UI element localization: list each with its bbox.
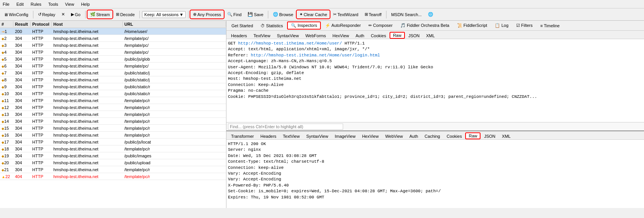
- res-tab-json[interactable]: JSON: [481, 133, 498, 139]
- table-row[interactable]: ◆15 304 HTTP hmshop-test.itheima.net /te…: [0, 125, 226, 132]
- table-row[interactable]: ◆4 304 HTTP hmshop-test.itheima.net /tem…: [0, 49, 226, 56]
- x-button[interactable]: ✕: [59, 11, 67, 18]
- cell-num: ◆14: [0, 119, 13, 124]
- req-tab-json[interactable]: JSON: [405, 33, 423, 39]
- msdn-button[interactable]: MSDN Search...: [389, 11, 424, 18]
- res-tab-auth[interactable]: Auth: [406, 133, 421, 139]
- table-row[interactable]: ◆14 304 HTTP hmshop-test.itheima.net /te…: [0, 118, 226, 125]
- res-tab-caching[interactable]: Caching: [421, 133, 443, 139]
- res-tab-webview[interactable]: WebView: [382, 133, 406, 139]
- menu-file[interactable]: File: [2, 2, 11, 7]
- res-tab-raw[interactable]: Raw: [465, 132, 481, 139]
- req-referer-link[interactable]: http://hmshop-test.itheima.net/Home/user…: [251, 53, 380, 58]
- cell-url: /template/pc/: [123, 64, 226, 68]
- res-tab-imageview[interactable]: ImageView: [332, 133, 358, 139]
- tab-autoresponder[interactable]: ⚡ AutoResponder: [322, 22, 364, 29]
- winconfig-button[interactable]: 🖥 WinConfig: [2, 11, 31, 18]
- cell-result: 304: [13, 167, 31, 172]
- table-row[interactable]: ◆10 304 HTTP hmshop-test.itheima.net /pu…: [0, 90, 226, 97]
- find-input[interactable]: [228, 124, 343, 130]
- tab-get-started[interactable]: Get Started: [228, 22, 256, 29]
- table-row[interactable]: ◆9 304 HTTP hmshop-test.itheima.net /pub…: [0, 83, 226, 90]
- menu-view[interactable]: View: [64, 2, 76, 7]
- clear-cache-button[interactable]: ✦ Clear Cache: [297, 11, 329, 18]
- table-row[interactable]: ◆3 304 HTTP hmshop-test.itheima.net /tem…: [0, 42, 226, 49]
- cell-num: ◆16: [0, 133, 13, 137]
- menu-rules[interactable]: Rules: [30, 2, 43, 7]
- table-row[interactable]: ⇒1 200 HTTP hmshop-test.itheima.net /Hom…: [0, 28, 226, 35]
- req-tab-textview[interactable]: TextView: [251, 33, 274, 39]
- req-pragma: Pragma: no-cache: [228, 88, 269, 93]
- tab-statistics[interactable]: ⏱ Statistics: [257, 22, 286, 29]
- tab-composer[interactable]: ✏ Composer: [365, 22, 396, 29]
- req-tab-xml[interactable]: XML: [423, 33, 438, 39]
- stream-button[interactable]: 🌿 Stream: [88, 11, 112, 18]
- table-row[interactable]: ◆18 304 HTTP hmshop-test.itheima.net /te…: [0, 145, 226, 152]
- res-tab-xml[interactable]: XML: [499, 133, 514, 139]
- req-tab-webforms[interactable]: WebForms: [302, 33, 329, 39]
- table-row[interactable]: ◆2 304 HTTP hmshop-test.itheima.net /tem…: [0, 35, 226, 42]
- save-button[interactable]: 💾 Save: [245, 11, 266, 18]
- res-server: Server: nginx: [228, 147, 261, 152]
- req-tab-cookies[interactable]: Cookies: [368, 33, 389, 39]
- table-row[interactable]: ◆17 304 HTTP hmshop-test.itheima.net /pu…: [0, 139, 226, 145]
- menu-edit[interactable]: Edit: [15, 2, 25, 7]
- cell-result: 304: [13, 71, 31, 75]
- menu-help[interactable]: Help: [80, 2, 91, 7]
- cell-num: ▲22: [0, 174, 13, 179]
- go-button[interactable]: ▶ Go: [69, 11, 83, 18]
- req-method: GET: [228, 41, 238, 46]
- table-row[interactable]: ◆12 304 HTTP hmshop-test.itheima.net /te…: [0, 104, 226, 111]
- res-tab-textview[interactable]: TextView: [280, 133, 303, 139]
- request-content: GET http://hmshop-test.itheima.net/Home/…: [226, 39, 644, 122]
- diamond-icon: ◆: [2, 78, 4, 82]
- cell-result: 304: [13, 91, 31, 96]
- req-tab-syntaxview[interactable]: SyntaxView: [274, 33, 302, 39]
- req-url-link[interactable]: http://hmshop-test.itheima.net/Home/user…: [238, 41, 342, 46]
- replay-button[interactable]: ↺ Replay: [36, 11, 58, 18]
- res-tab-hexview[interactable]: HexView: [359, 133, 381, 139]
- res-tab-headers[interactable]: Headers: [258, 133, 280, 139]
- table-row[interactable]: ◆13 304 HTTP hmshop-test.itheima.net /te…: [0, 111, 226, 118]
- session-header: # Result Protocol Host URL: [0, 21, 226, 28]
- cell-protocol: HTTP: [31, 64, 52, 68]
- browse-button[interactable]: 🌐 Browse: [271, 11, 296, 18]
- req-tab-hexview[interactable]: HexView: [329, 33, 352, 39]
- tab-fiddlerscript[interactable]: 📜 FiddlerScript: [454, 22, 491, 29]
- tab-fiddler-orchestra[interactable]: 🎵 Fiddler Orchestra Beta: [397, 22, 453, 29]
- res-tab-cookies[interactable]: Cookies: [444, 133, 465, 139]
- decode-button[interactable]: ⊞ Decode: [114, 11, 137, 18]
- table-row[interactable]: ◆8 304 HTTP hmshop-test.itheima.net /pub…: [0, 76, 226, 83]
- cell-host: hmshop-test.itheima.net: [52, 78, 123, 82]
- any-process-button[interactable]: ⊕ Any Process: [191, 11, 223, 18]
- tab-timeline[interactable]: ≡ Timeline: [537, 22, 563, 29]
- table-row[interactable]: ▲22 404 HTTP hmshop-test.itheima.net /te…: [0, 173, 226, 180]
- res-connection: Connection: keep-alive: [228, 165, 284, 170]
- cell-url: /public/static/r: [123, 84, 226, 89]
- keep-dropdown[interactable]: Keep: All sessions ▼: [142, 11, 186, 18]
- table-row[interactable]: ◆11 304 HTTP hmshop-test.itheima.net /te…: [0, 97, 226, 104]
- res-tab-syntaxview[interactable]: SyntaxView: [303, 133, 331, 139]
- cell-host: hmshop-test.itheima.net: [52, 50, 123, 54]
- req-tab-headers[interactable]: Headers: [228, 33, 250, 39]
- table-row[interactable]: ◆20 304 HTTP hmshop-test.itheima.net /pu…: [0, 159, 226, 166]
- find-button[interactable]: 🔍 Find: [225, 11, 244, 18]
- table-row[interactable]: ◆16 304 HTTP hmshop-test.itheima.net /te…: [0, 132, 226, 139]
- textwizard-button[interactable]: ✂ TextWizard: [331, 11, 360, 18]
- tab-log[interactable]: 📋 Log: [491, 22, 512, 29]
- table-row[interactable]: ◆5 304 HTTP hmshop-test.itheima.net /pub…: [0, 56, 226, 63]
- tearoff-button[interactable]: ⊞ Tearoff: [362, 11, 384, 18]
- table-row[interactable]: ◆6 304 HTTP hmshop-test.itheima.net /tem…: [0, 63, 226, 69]
- tab-filters[interactable]: ☑ Filters: [513, 22, 536, 29]
- table-row[interactable]: ◆19 304 HTTP hmshop-test.itheima.net /pu…: [0, 152, 226, 159]
- cell-url: /public/js/glob: [123, 57, 226, 61]
- table-row[interactable]: ◆21 304 HTTP hmshop-test.itheima.net /te…: [0, 166, 226, 173]
- table-row[interactable]: ◆7 304 HTTP hmshop-test.itheima.net /pub…: [0, 69, 226, 76]
- req-tab-raw[interactable]: Raw: [390, 32, 405, 39]
- cell-num: ◆8: [0, 78, 13, 82]
- menu-tools[interactable]: Tools: [47, 2, 59, 7]
- tab-inspectors[interactable]: 🔍 Inspectors: [287, 21, 321, 30]
- req-tab-auth[interactable]: Auth: [353, 33, 368, 39]
- res-tab-transformer[interactable]: Transformer: [228, 133, 257, 139]
- msdn-globe-icon[interactable]: 🌐: [426, 11, 436, 18]
